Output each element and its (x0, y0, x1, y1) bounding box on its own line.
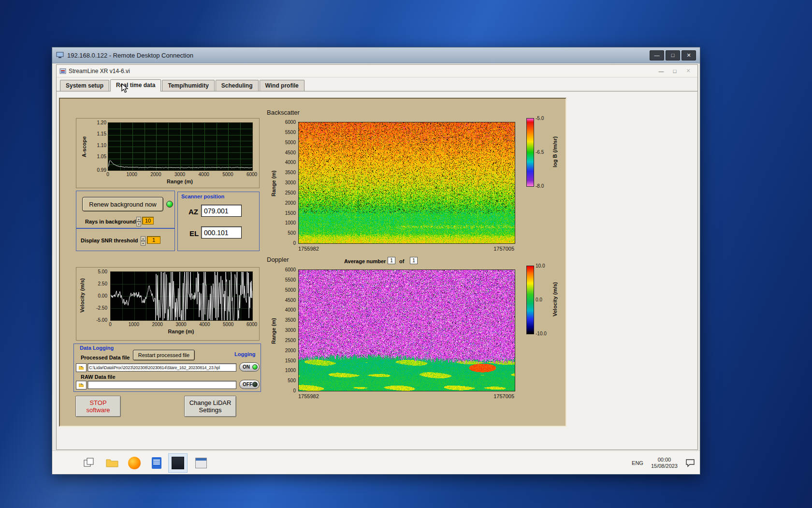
logging-off-led (252, 382, 258, 387)
tick-label: 4000 (285, 307, 296, 313)
backscatter-x-end: 1757005 (456, 246, 514, 252)
main-panel: A-scope 1.201.151.101.050.99 01000200030… (59, 98, 566, 427)
tick-label: 3000 (285, 180, 296, 185)
app-restore-button[interactable]: □ (668, 67, 681, 75)
streamline-taskbar-button[interactable] (168, 453, 188, 473)
button-label: software (86, 406, 110, 414)
tick-label: 6000 (246, 322, 257, 327)
data-logging-title: Data Logging (80, 345, 114, 351)
tick-label: 3000 (285, 328, 296, 333)
folder-icon (79, 383, 84, 387)
backscatter-colorbar-label: log B (/m/sr) (551, 123, 559, 181)
tick-label: 1500 (285, 358, 296, 363)
raw-path-browse[interactable]: C (76, 381, 87, 389)
rdp-close-button[interactable]: ✕ (682, 50, 696, 60)
processed-path-field[interactable]: C:\Lidar\Data\Proc\2023\202308\20230814\… (87, 363, 236, 372)
tick-label: 1000 (285, 220, 296, 225)
tab-real-time-data[interactable]: Real time data (110, 79, 161, 91)
tick-label: 3000 (174, 172, 185, 177)
snr-spinner[interactable]: ▲▼ (141, 236, 145, 244)
snr-threshold-label: Display SNR threshold (81, 238, 138, 243)
rays-value-field[interactable]: 10 (142, 217, 154, 224)
tick-label: 5000 (223, 322, 233, 327)
app-title: StreamLine XR v14-6.vi (69, 68, 130, 75)
az-label: AZ (188, 208, 198, 216)
button-label: Change LiDAR (189, 399, 232, 406)
rdp-minimize-button[interactable]: — (650, 50, 664, 60)
velocity-xticks: 0100020003000400050006000 (110, 322, 252, 328)
change-lidar-settings-button[interactable]: Change LiDAR Settings (184, 396, 236, 417)
ascope-ylabel: A-scope (80, 128, 88, 165)
velocity-ylabel: Velocity (m/s) (78, 275, 86, 316)
renew-background-button[interactable]: Renew background now (82, 197, 163, 211)
notification-icon[interactable] (685, 459, 695, 467)
backscatter-colorbar (526, 118, 534, 187)
clock[interactable]: 00:00 15/08/2023 (651, 457, 678, 469)
app-titlebar[interactable]: StreamLine XR v14-6.vi — □ ✕ (57, 65, 697, 77)
logging-on-led (252, 364, 258, 370)
raw-path-field[interactable] (87, 381, 236, 389)
button-label: Settings (199, 406, 222, 414)
doppler-x-end: 1757005 (456, 393, 514, 399)
rays-spinner[interactable]: ▲▼ (136, 217, 141, 225)
stop-software-button[interactable]: STOP software (75, 396, 121, 417)
system-tray: ENG 00:00 15/08/2023 (632, 451, 695, 474)
task-view-icon (84, 458, 94, 468)
snr-value-field[interactable]: 1 (147, 236, 160, 244)
processed-data-file-label: Processed Data file (81, 355, 130, 360)
desktop: 192.168.0.122 - Remote Desktop Connectio… (0, 0, 812, 508)
app-minimize-button[interactable]: — (655, 67, 667, 75)
task-view-button[interactable] (81, 455, 97, 471)
tick-label: 4500 (285, 149, 296, 155)
raw-logging-toggle[interactable]: OFF (239, 380, 260, 389)
tick-label: 0 (293, 240, 296, 246)
scan-scheduler-icon (195, 458, 207, 468)
processed-logging-toggle[interactable]: ON (239, 362, 260, 372)
firefox-button[interactable] (127, 455, 142, 471)
ascope-xlabel: Range (m) (108, 179, 252, 184)
data-logging-group: Data Logging Processed Data file Restart… (73, 344, 261, 392)
snr-threshold-group: Display SNR threshold ▲▼ 1 (76, 228, 175, 251)
tab-temp-humidity[interactable]: Temp/humidity (162, 80, 214, 91)
tick-label: 0.0 (536, 297, 542, 302)
tick-label: 2500 (285, 337, 296, 343)
tick-label: 3500 (285, 317, 296, 323)
tick-label: 500 (288, 230, 296, 236)
tick-label: 4000 (199, 322, 210, 327)
doppler-title: Doppler (267, 256, 289, 263)
tick-label: 10.0 (536, 263, 545, 269)
tick-label: 5000 (222, 172, 233, 177)
backscatter-heatmap (298, 122, 515, 244)
document-app-button[interactable] (149, 455, 164, 471)
app-close-button[interactable]: ✕ (682, 67, 695, 75)
tick-label: 2000 (285, 200, 296, 205)
file-explorer-button[interactable] (104, 455, 120, 471)
tick-label: 5000 (285, 139, 296, 145)
processed-path-browse[interactable]: C (76, 363, 87, 372)
tab-system-setup[interactable]: System setup (60, 80, 109, 91)
velocity-yticks: 5.002.500.00-2.50-5.00 (90, 271, 107, 320)
restart-processed-file-button[interactable]: Restart processed file (133, 350, 195, 360)
velocity-xlabel: Range (m) (110, 329, 252, 334)
average-number-value[interactable]: 1 (388, 257, 395, 264)
tick-label: 1000 (129, 322, 139, 327)
el-value-display: 000.101 (201, 226, 242, 239)
doppler-colorbar-label: Velocity (m/s) (551, 270, 559, 329)
firefox-icon (128, 457, 141, 469)
language-indicator[interactable]: ENG (632, 460, 643, 466)
tick-label: 2000 (285, 347, 296, 353)
tick-label: -6.5 (536, 149, 544, 155)
average-number-label: Average number (344, 258, 386, 264)
scan-scheduler-button[interactable] (193, 455, 209, 471)
tick-label: 5.00 (98, 269, 107, 274)
mouse-cursor (121, 83, 130, 94)
rdp-titlebar[interactable]: 192.168.0.122 - Remote Desktop Connectio… (52, 47, 700, 63)
tick-label: 0 (109, 322, 112, 327)
rdp-maximize-button[interactable]: □ (666, 50, 680, 60)
tab-wind-profile[interactable]: Wind profile (260, 80, 304, 91)
average-count-value[interactable]: 1 (410, 257, 418, 264)
tick-label: 1.10 (97, 142, 106, 148)
tab-scheduling[interactable]: Scheduling (216, 80, 259, 91)
logging-label: Logging (234, 351, 255, 357)
toggle-off-label: OFF (243, 382, 252, 387)
